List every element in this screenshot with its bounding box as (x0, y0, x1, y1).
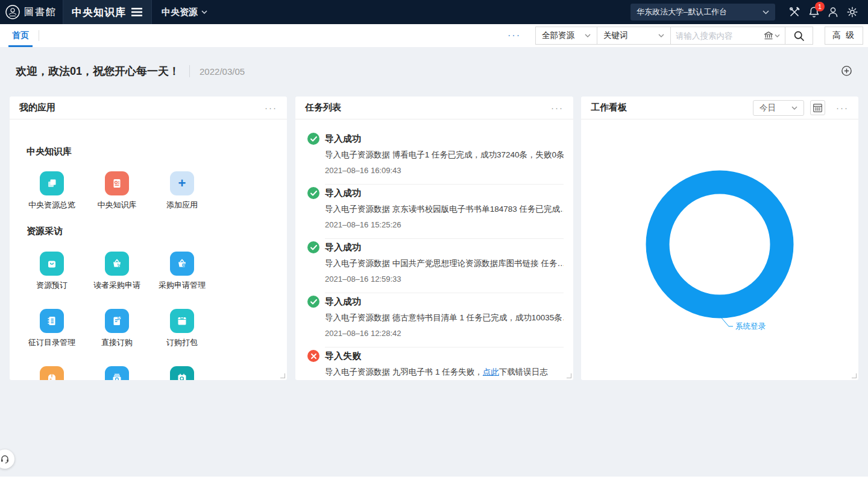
search-field-value: 关键词 (603, 30, 628, 41)
chevron-down-icon (791, 106, 797, 110)
tab-row: 首页 ··· 全部资源 关键词 高 级 (0, 24, 868, 47)
calendar-search-icon (170, 366, 194, 380)
task-description: 导入电子资源数据 德古意特书目清单 1 任务已完成，成功10035条… (325, 312, 564, 323)
task-item: 导入成功 导入电子资源数据 京东读书校园版电子书书单184783 任务已完成… … (295, 187, 573, 239)
task-item: 导入成功 导入电子资源数据 博看电子1 任务已完成，成功37240条，失败0条 … (295, 133, 573, 185)
chevron-down-icon (585, 34, 591, 37)
customer-service-button[interactable] (0, 449, 14, 469)
package-box-icon (170, 309, 194, 333)
date-range-value: 今日 (760, 103, 776, 113)
app-direct-order[interactable]: 直接订购 (84, 309, 149, 348)
app-batch-dedup-check[interactable]: 批查重 (84, 366, 149, 380)
task-timestamp: 2021–08–16 12:59:33 (325, 274, 564, 284)
content-area: 欢迎，政法01，祝您开心每一天！ 2022/03/05 我的应用 ··· 中央知… (0, 47, 868, 477)
add-widget-button[interactable] (841, 66, 852, 76)
my-apps-menu-ellipsis[interactable]: ··· (265, 103, 277, 113)
nav-central-resources[interactable]: 中央资源 (151, 0, 217, 24)
app-dedup-task-list[interactable]: 查重任务列表 (149, 366, 215, 380)
app-label: 订购打包 (149, 337, 215, 348)
welcome-greeting: 欢迎，政法01，祝您开心每一天！ (16, 64, 180, 78)
donut-ring[interactable] (658, 182, 782, 306)
app-order-packaging[interactable]: 订购打包 (149, 309, 215, 348)
task-title: 导入失败 (325, 350, 564, 362)
search-icon (793, 30, 805, 42)
resize-handle[interactable] (852, 373, 857, 378)
success-check-icon (307, 241, 319, 253)
tab-home[interactable]: 首页 (8, 24, 33, 47)
app-order-package-management[interactable]: 订购包管理 (19, 366, 84, 380)
institution-icon[interactable] (764, 31, 773, 40)
settings-button[interactable] (843, 0, 862, 24)
login-donut-chart: 系统登录 (581, 119, 858, 379)
resize-handle[interactable] (280, 373, 285, 378)
tools-button[interactable] (785, 0, 804, 24)
app-label: 直接订购 (84, 337, 149, 348)
task-title: 导入成功 (325, 296, 564, 308)
task-timestamp: 2021–08–16 16:09:43 (325, 165, 564, 176)
welcome-row: 欢迎，政法01，祝您开心每一天！ 2022/03/05 (16, 64, 245, 78)
app-reader-purchase-request[interactable]: 读者采购申请 (84, 252, 149, 291)
task-divider (325, 184, 564, 185)
task-list-title: 任务列表 (305, 102, 341, 113)
app-label: 资源预订 (19, 280, 84, 291)
task-divider (325, 238, 564, 239)
nav-central-resources-label: 中央资源 (162, 7, 198, 18)
app-central-resources-overview[interactable]: 中央资源总览 (19, 171, 84, 211)
success-check-icon (307, 187, 319, 199)
chevron-down-icon (763, 10, 769, 14)
task-list-menu-ellipsis[interactable]: ··· (551, 103, 564, 113)
tab-divider (39, 30, 39, 41)
task-item: 导入成功 导入电子资源数据 中国共产党思想理论资源数据库图书链接 任务… 202… (295, 241, 573, 293)
app-label: 采购申请管理 (149, 280, 215, 291)
resize-handle[interactable] (567, 373, 571, 378)
task-list-body: 导入成功 导入电子资源数据 博看电子1 任务已完成，成功37240条，失败0条 … (295, 119, 573, 379)
task-description: 导入电子资源数据 中国共产党思想理论资源数据库图书链接 任务… (325, 258, 564, 269)
caret-down-icon (201, 10, 207, 14)
workspace-select[interactable]: 华东政法大学–默认工作台 (631, 4, 775, 21)
chevron-down-icon[interactable] (775, 34, 780, 37)
app-subscription-catalog-management[interactable]: 征订目录管理 (19, 309, 84, 348)
task-divider (325, 293, 564, 293)
app-central-knowledge-base[interactable]: 中央知识库 (84, 171, 149, 211)
work-board-menu-ellipsis[interactable]: ··· (836, 103, 849, 113)
app-purchase-request-management[interactable]: 采购申请管理 (149, 252, 215, 291)
search-input-wrap (671, 27, 785, 45)
chevron-down-icon (658, 34, 664, 37)
document-check-icon (105, 309, 129, 333)
work-board-title: 工作看板 (591, 102, 627, 113)
my-apps-title: 我的应用 (19, 102, 55, 113)
search-button[interactable] (785, 27, 813, 45)
my-apps-body: 中央知识库 中央资源总览 中央知识库 + 添加应用 资源采访 (10, 119, 287, 379)
download-error-log-link[interactable]: 点此 (483, 367, 499, 376)
apps-section-title: 资源采访 (27, 226, 63, 237)
notifications-button[interactable]: 1 (804, 0, 823, 24)
notebook-icon (40, 309, 64, 333)
gear-icon (846, 6, 858, 18)
ebook-icon (105, 171, 129, 195)
library-logo[interactable]: 圖書館 (0, 0, 63, 24)
university-seal-icon (5, 4, 20, 20)
search-bar: 全部资源 关键词 (535, 27, 813, 45)
user-button[interactable] (823, 0, 843, 24)
search-input[interactable] (676, 31, 764, 40)
task-list-header: 任务列表 ··· (295, 97, 573, 119)
date-range-select[interactable]: 今日 (753, 100, 804, 116)
calendar-view-button[interactable] (810, 100, 825, 115)
basket-gear-icon (170, 252, 194, 276)
search-field-select[interactable]: 关键词 (597, 27, 671, 45)
welcome-divider (189, 65, 190, 77)
search-scope-select[interactable]: 全部资源 (535, 27, 597, 45)
app-label: 读者采购申请 (84, 280, 149, 291)
search-scope-value: 全部资源 (542, 30, 574, 41)
app-label: 征订目录管理 (19, 337, 84, 348)
user-icon (827, 6, 839, 18)
hamburger-menu-icon[interactable] (131, 7, 143, 17)
app-add-application[interactable]: + 添加应用 (149, 171, 215, 211)
basket-cursor-icon (105, 252, 129, 276)
advanced-search-button[interactable]: 高 级 (825, 27, 863, 45)
my-apps-header: 我的应用 ··· (10, 97, 287, 119)
app-resource-booking[interactable]: 资源预订 (19, 252, 84, 291)
circled-plus-icon (841, 66, 852, 76)
work-board-header: 工作看板 今日 ··· (581, 97, 858, 119)
tabs-overflow-ellipsis[interactable]: ··· (508, 24, 521, 47)
